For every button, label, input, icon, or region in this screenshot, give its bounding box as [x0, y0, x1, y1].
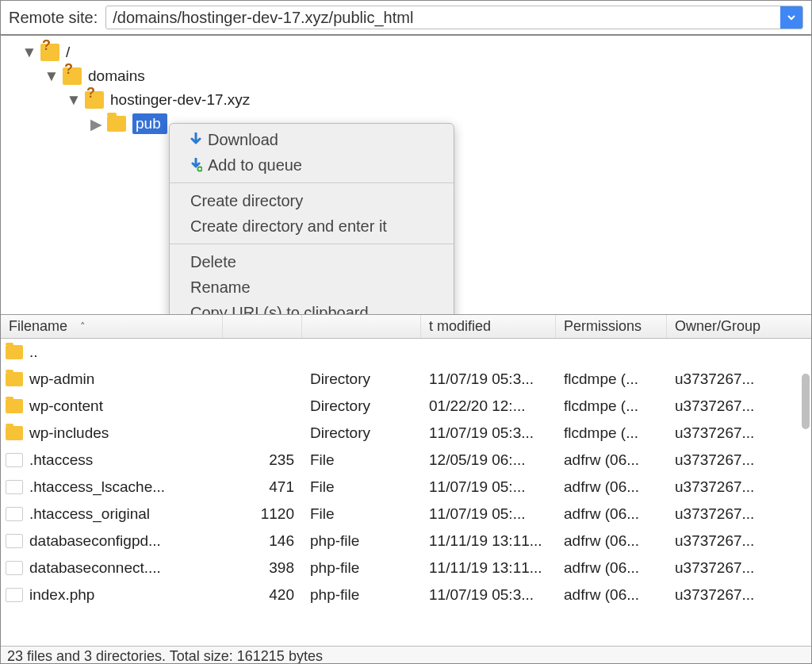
menu-separator — [170, 182, 454, 183]
scrollbar[interactable] — [799, 342, 810, 643]
file-modified: 11/07/19 05:3... — [421, 424, 556, 442]
file-list-header: Filename ˄ t modified Permissions Owner/… — [1, 315, 811, 339]
expander-icon[interactable]: ▶ — [90, 117, 102, 130]
tree-label: domains — [88, 67, 145, 85]
tree-row-host[interactable]: ▼ hostinger-dev-17.xyz — [1, 88, 811, 112]
file-row[interactable]: .htaccess_original1120File11/07/19 05:..… — [1, 501, 811, 528]
remote-path-input[interactable]: /domains/hostinger-dev-17.xyz/public_htm… — [106, 6, 780, 29]
file-size: 146 — [223, 532, 302, 550]
file-icon — [6, 507, 23, 521]
file-type: php-file — [302, 532, 421, 550]
add-queue-icon — [184, 158, 208, 172]
file-permissions: adfrw (06... — [556, 586, 667, 604]
file-name: wp-includes — [29, 424, 109, 442]
file-modified: 11/07/19 05:3... — [421, 586, 556, 604]
menu-create-directory-enter[interactable]: Create directory and enter it — [170, 213, 454, 239]
file-name: wp-admin — [29, 370, 94, 388]
column-owner[interactable]: Owner/Group — [667, 315, 786, 338]
file-modified: 11/07/19 05:... — [421, 505, 556, 523]
file-icon — [6, 480, 23, 494]
menu-delete[interactable]: Delete — [170, 249, 454, 274]
scrollbar-thumb[interactable] — [802, 374, 810, 429]
folder-icon — [6, 372, 23, 386]
file-type: File — [302, 451, 421, 469]
file-modified: 01/22/20 12:... — [421, 397, 556, 415]
menu-label: Download — [208, 131, 278, 149]
file-row[interactable]: index.php420php-file11/07/19 05:3...adfr… — [1, 581, 811, 608]
remote-path-dropdown[interactable]: /domains/hostinger-dev-17.xyz/public_htm… — [105, 6, 803, 29]
folder-icon — [6, 345, 23, 359]
file-name: .htaccess_lscache... — [29, 478, 165, 496]
dropdown-caret-icon[interactable] — [780, 6, 802, 29]
file-permissions: adfrw (06... — [556, 478, 667, 496]
file-owner: u3737267... — [667, 478, 786, 496]
file-size: 471 — [223, 478, 302, 496]
file-type: File — [302, 505, 421, 523]
folder-unknown-icon — [85, 91, 104, 109]
file-icon — [6, 534, 23, 548]
file-owner: u3737267... — [667, 505, 786, 523]
file-row[interactable]: .htaccess_lscache...471File11/07/19 05:.… — [1, 474, 811, 501]
menu-separator — [170, 244, 454, 244]
file-icon — [6, 588, 23, 602]
context-menu: Download Add to queue Create directory C… — [169, 123, 454, 315]
file-row[interactable]: databaseconnect....398php-file11/11/19 1… — [1, 555, 811, 581]
file-row[interactable]: wp-contentDirectory01/22/20 12:...flcdmp… — [1, 393, 811, 420]
column-filesize[interactable] — [223, 315, 302, 338]
folder-unknown-icon — [63, 67, 82, 85]
menu-download[interactable]: Download — [170, 127, 454, 152]
remote-site-bar: Remote site: /domains/hostinger-dev-17.x… — [1, 1, 811, 36]
menu-label: Create directory and enter it — [190, 217, 387, 236]
file-type: File — [302, 478, 421, 496]
file-permissions: flcdmpe (... — [556, 424, 667, 442]
file-list-pane: Filename ˄ t modified Permissions Owner/… — [1, 315, 811, 646]
column-label: Owner/Group — [667, 318, 768, 335]
expander-icon[interactable]: ▼ — [23, 46, 36, 59]
file-row[interactable]: databaseconfigpd...146php-file11/11/19 1… — [1, 528, 811, 555]
file-size: 1120 — [223, 505, 302, 523]
tree-row-domains[interactable]: ▼ domains — [1, 64, 811, 88]
menu-label: Delete — [190, 253, 236, 271]
tree-label: hostinger-dev-17.xyz — [110, 91, 250, 109]
column-filename[interactable]: Filename ˄ — [1, 315, 223, 338]
file-modified: 11/11/19 13:11... — [421, 559, 556, 577]
file-modified: 12/05/19 06:... — [421, 451, 556, 469]
column-permissions[interactable]: Permissions — [556, 315, 667, 338]
column-filetype[interactable] — [302, 315, 421, 338]
file-owner: u3737267... — [667, 424, 786, 442]
file-size: 235 — [223, 451, 302, 469]
file-owner: u3737267... — [667, 370, 786, 388]
remote-site-label: Remote site: — [9, 9, 98, 27]
folder-unknown-icon — [40, 44, 59, 61]
file-permissions: flcdmpe (... — [556, 397, 667, 415]
menu-create-directory[interactable]: Create directory — [170, 188, 454, 213]
file-size: 420 — [223, 586, 302, 604]
expander-icon[interactable]: ▼ — [67, 94, 80, 106]
expander-icon[interactable]: ▼ — [45, 70, 58, 83]
file-modified: 11/07/19 05:3... — [421, 370, 556, 388]
tree-row-root[interactable]: ▼ / — [1, 40, 811, 64]
menu-copy-url[interactable]: Copy URL(s) to clipboard — [170, 300, 454, 315]
file-rows: ..wp-adminDirectory11/07/19 05:3...flcdm… — [1, 339, 811, 608]
file-name: .htaccess — [29, 451, 93, 469]
file-name: .htaccess_original — [29, 505, 150, 523]
menu-label: Add to queue — [208, 156, 302, 175]
menu-add-to-queue[interactable]: Add to queue — [170, 152, 454, 178]
menu-label: Copy URL(s) to clipboard — [190, 304, 369, 316]
column-last-modified[interactable]: t modified — [421, 315, 556, 338]
file-type: Directory — [302, 424, 421, 442]
file-row[interactable]: wp-includesDirectory11/07/19 05:3...flcd… — [1, 420, 811, 447]
file-owner: u3737267... — [667, 451, 786, 469]
file-row[interactable]: .. — [1, 339, 811, 366]
sort-asc-icon: ˄ — [80, 320, 86, 332]
column-label: Permissions — [556, 318, 649, 335]
tree-label-selected: pub — [132, 113, 167, 134]
file-name: databaseconfigpd... — [29, 532, 161, 550]
file-row[interactable]: .htaccess235File12/05/19 06:...adfrw (06… — [1, 447, 811, 474]
file-type: php-file — [302, 586, 421, 604]
file-type: Directory — [302, 397, 421, 415]
file-row[interactable]: wp-adminDirectory11/07/19 05:3...flcdmpe… — [1, 366, 811, 393]
column-label: t modified — [421, 318, 499, 335]
menu-rename[interactable]: Rename — [170, 274, 454, 300]
status-bar: 23 files and 3 directories. Total size: … — [1, 646, 811, 664]
